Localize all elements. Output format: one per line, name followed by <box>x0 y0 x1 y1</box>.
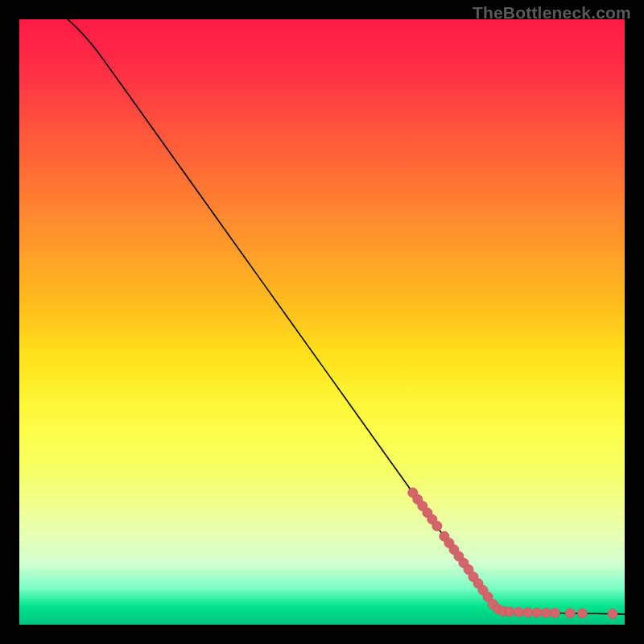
data-point <box>432 521 442 530</box>
chart-svg <box>19 19 625 625</box>
data-point <box>505 607 514 617</box>
data-point <box>523 608 533 617</box>
marker-group <box>408 488 617 619</box>
bottleneck-curve <box>68 19 625 614</box>
data-point <box>541 608 551 617</box>
data-point <box>577 609 587 618</box>
data-point <box>608 609 617 619</box>
plot-area <box>19 19 625 625</box>
data-point <box>514 608 523 617</box>
data-point <box>565 609 575 618</box>
data-point <box>551 609 560 618</box>
chart-frame: TheBottleneck.com <box>0 0 644 644</box>
data-point <box>532 608 542 617</box>
